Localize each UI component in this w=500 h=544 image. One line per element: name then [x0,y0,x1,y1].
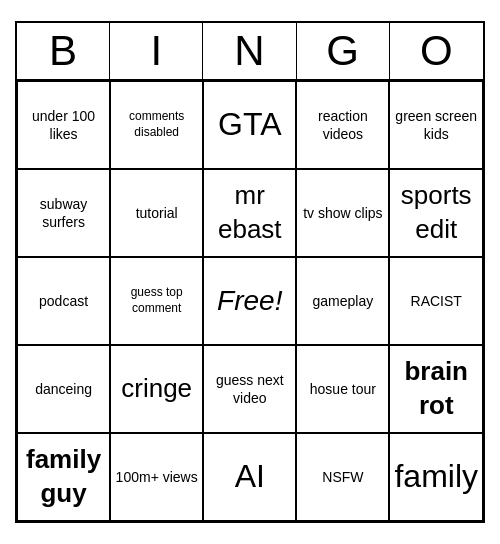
bingo-cell: guess next video [203,345,296,433]
bingo-cell: podcast [17,257,110,345]
bingo-letter: N [203,23,296,79]
bingo-cell: family guy [17,433,110,521]
bingo-cell: sports edit [389,169,483,257]
bingo-cell: hosue tour [296,345,389,433]
bingo-cell: reaction videos [296,81,389,169]
bingo-cell: AI [203,433,296,521]
bingo-cell: under 100 likes [17,81,110,169]
bingo-cell: gameplay [296,257,389,345]
bingo-letter: O [390,23,483,79]
bingo-letter: I [110,23,203,79]
bingo-cell: family [389,433,483,521]
bingo-cell: RACIST [389,257,483,345]
bingo-letter: G [297,23,390,79]
bingo-cell: cringe [110,345,203,433]
bingo-cell: green screen kids [389,81,483,169]
bingo-header: BINGO [17,23,483,81]
bingo-cell: guess top comment [110,257,203,345]
bingo-cell: GTA [203,81,296,169]
bingo-cell: danceing [17,345,110,433]
bingo-cell: tutorial [110,169,203,257]
bingo-cell: 100m+ views [110,433,203,521]
bingo-cell: brain rot [389,345,483,433]
bingo-card: BINGO under 100 likescomments disabledGT… [15,21,485,523]
bingo-cell: subway surfers [17,169,110,257]
bingo-letter: B [17,23,110,79]
bingo-cell: NSFW [296,433,389,521]
bingo-cell: Free! [203,257,296,345]
bingo-cell: tv show clips [296,169,389,257]
bingo-cell: mr ebast [203,169,296,257]
bingo-cell: comments disabled [110,81,203,169]
bingo-grid: under 100 likescomments disabledGTAreact… [17,81,483,521]
